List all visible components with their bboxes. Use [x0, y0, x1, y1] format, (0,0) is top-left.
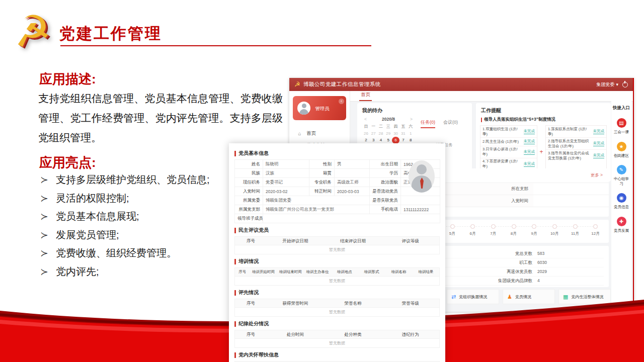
highlight-text: 党费收缴、组织经费管理。: [56, 247, 177, 259]
calendar-day[interactable]: 30: [392, 130, 399, 137]
calendar-dow: 五: [399, 123, 407, 130]
calendar-day[interactable]: 27: [370, 130, 377, 137]
basic-info-title: 党员基本信息: [234, 150, 440, 157]
statistic-label: 离退休党员数: [483, 267, 537, 276]
calendar-day-current[interactable]: 2: [362, 137, 370, 144]
calendar-month: 2020/8: [382, 117, 395, 122]
tab-meetings[interactable]: 会议(0): [443, 119, 458, 128]
timeline-dot-icon: [491, 224, 496, 229]
more-link[interactable]: 更多 >: [591, 172, 603, 178]
highlight-text: 党员基本信息展现;: [56, 211, 139, 222]
field-label: 领导班子成员联系点: [235, 214, 263, 223]
highlight-text: 党内评先;: [56, 266, 99, 278]
reminder-subtitle-text: 领导人员落实组织生活“5+3”制度情况: [484, 117, 555, 123]
calendar-day-current[interactable]: 8: [407, 137, 415, 144]
reminder-panel-title: 工作提醒: [476, 103, 611, 116]
statistic-label: 职工数: [483, 258, 537, 267]
table-col-header: 序号: [235, 268, 250, 276]
calendar-day[interactable]: 31: [399, 130, 407, 137]
bullet-arrow-icon: ≻: [40, 266, 48, 278]
empty-data-text: 暂无数据: [234, 277, 440, 286]
calendar: < 2020/8 > 日一二三四五六 2627282930311 2345678: [362, 117, 415, 144]
section-democratic-review: 民主评议党员 序号开始评议日期结束评议日期评议等级 暂无数据: [234, 227, 440, 254]
calendar-dow: 日: [362, 123, 370, 130]
calendar-day[interactable]: 1: [407, 130, 415, 137]
field-label: 所属党委: [235, 196, 263, 205]
sidebar-collapse-button[interactable]: ‹: [339, 99, 344, 104]
calendar-day[interactable]: 26: [362, 130, 370, 137]
quick-entry-item[interactable]: ★ 创岗建区: [612, 142, 630, 158]
reminder-item-status[interactable]: 未完成: [524, 161, 535, 167]
statistic-value: 4: [537, 277, 540, 285]
quick-entry-item[interactable]: ▤ 三会一课: [612, 118, 630, 135]
reminder-item-status[interactable]: 未完成: [593, 141, 605, 146]
highlight-text: 支持多层级维护党组织、党员信息;: [56, 174, 210, 186]
field-value: 汉族: [263, 169, 309, 178]
reminder-item-status[interactable]: 未完成: [524, 139, 535, 144]
reminder-item-label: 2.指导联系点党支部组织生活会 (1次/年): [548, 139, 591, 149]
description-text: 支持党组织信息管理、党员基本信息管理、党费收缴管理、党工作经费管理、党内评先管理…: [38, 88, 283, 147]
user-menu[interactable]: 集团党委 ▾: [596, 81, 618, 88]
red-bar-icon: [234, 228, 236, 233]
tab-tasks[interactable]: 任务(0): [421, 119, 435, 128]
quick-entry-label: 中心组学习: [612, 176, 630, 186]
table-col-header: 结束评议日期: [324, 237, 381, 245]
app-title: 博颖公司党建工作信息管理系统: [303, 81, 381, 88]
quick-entry-list: ▤ 三会一课 ★ 创岗建区 ✎ 中心组学习 ◉ 党员信息 ✚ 党员发展: [611, 118, 631, 233]
timeline-month-label: 7月: [483, 231, 504, 236]
field-value: [263, 214, 440, 223]
calendar-day-current[interactable]: 7: [399, 137, 407, 144]
reminder-item-status[interactable]: 未完成: [524, 129, 535, 134]
reminder-item-status[interactable]: 未完成: [524, 149, 535, 155]
calendar-dow: 一: [370, 123, 377, 130]
field-label: 籍贯: [309, 169, 335, 178]
section-discipline: 纪律处分情况 序号处分时间处分种类违纪行为 暂无数据: [234, 320, 440, 348]
calendar-dow: 三: [384, 123, 392, 130]
reminder-item: 1.落实联系点制度 (1次/季) 未完成: [546, 126, 606, 138]
field-label: 姓名: [235, 160, 263, 169]
bullet-arrow-icon: ≻: [40, 247, 48, 259]
table-col-header: 获得荣誉时间: [267, 299, 324, 307]
calendar-day-current[interactable]: 3: [370, 137, 377, 144]
calendar-dow: 四: [392, 123, 399, 130]
section-title: 评先情况: [238, 289, 259, 296]
section-care-support: 党内关怀帮扶信息 序号帮扶形式帮扶时间帮扶情况描述 暂无数据: [234, 351, 440, 362]
red-bar-icon: [481, 118, 482, 122]
calendar-prev-button[interactable]: <: [364, 117, 367, 122]
reminder-item-label: 3.指导所属单位党代会或党支部换届 (1次/年): [548, 151, 591, 161]
field-label: 民族: [235, 169, 263, 178]
party-emblem-logo: ☭: [3, 3, 62, 60]
table-col-header: 培训主办单位: [304, 268, 331, 276]
calendar-day-current[interactable]: 6: [392, 137, 399, 144]
user-menu-label: 集团党委: [596, 81, 614, 88]
timeline-month-label: 6月: [462, 231, 483, 236]
tab-home[interactable]: 首页: [359, 92, 372, 101]
power-icon[interactable]: [622, 82, 628, 87]
quick-entry-item[interactable]: ✎ 中心组学习: [612, 165, 630, 186]
tab-bar: 首页: [350, 91, 633, 102]
calendar-day[interactable]: 28: [377, 130, 385, 137]
statistic: 离退休党员数 2029: [483, 267, 604, 277]
quick-entry-label: 三会一课: [614, 130, 629, 135]
quick-entry-item[interactable]: ◉ 党员信息: [612, 193, 630, 210]
calendar-day[interactable]: 29: [384, 130, 392, 137]
bullet-arrow-icon: ≻: [40, 193, 48, 204]
calendar-day-current[interactable]: 4: [377, 137, 385, 144]
field-value: 博颖集团广州分公司总支第一党支部: [263, 205, 370, 214]
timeline-month-label: 9月: [524, 231, 544, 236]
field-value: 13111122222: [401, 205, 440, 214]
calendar-day-current[interactable]: 5: [384, 137, 392, 144]
reminder-item-status[interactable]: 未完成: [593, 129, 605, 134]
quick-entry-icon: ✎: [617, 165, 626, 174]
quick-entry-item[interactable]: ✚ 党员发展: [612, 217, 630, 233]
section-title: 民主评议党员: [238, 227, 269, 234]
tie-graphic: [420, 177, 424, 189]
menu-label: 首页: [306, 130, 316, 137]
todo-panel-title: 我的待办: [357, 103, 472, 116]
calendar-next-button[interactable]: >: [410, 117, 413, 122]
reminder-item-status[interactable]: 未完成: [593, 153, 605, 158]
calendar-week1: 2627282930311: [362, 130, 415, 137]
sidebar-menu-item[interactable]: ⌂ 首页: [297, 127, 348, 139]
timeline-dot-icon: [552, 224, 557, 229]
statistic: 职工数 6030: [483, 258, 604, 267]
